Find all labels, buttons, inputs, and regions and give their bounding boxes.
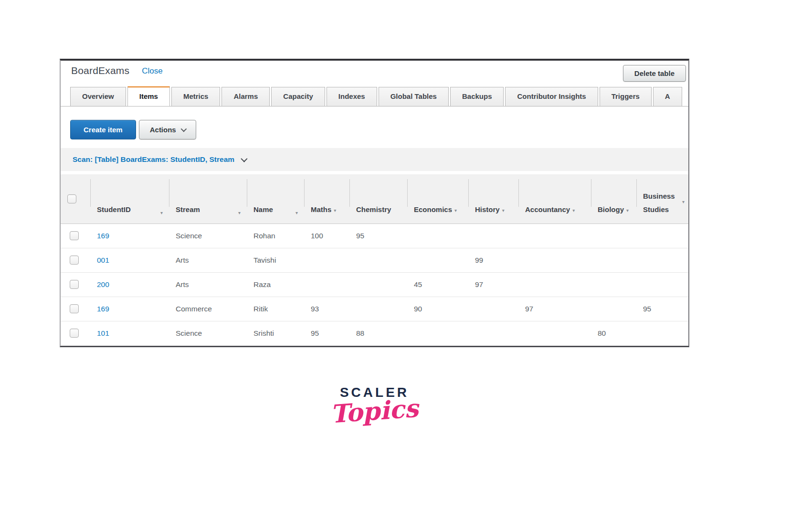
student-id-cell: 169 [90, 224, 169, 248]
create-item-button[interactable]: Create item [70, 120, 136, 139]
column-header-label: History [475, 203, 500, 216]
items-grid: StudentID▾Stream▾Name▾Maths▾ChemistryEco… [61, 174, 688, 345]
cell-chemistry [349, 297, 407, 321]
items-table-header-row: StudentID▾Stream▾Name▾Maths▾ChemistryEco… [61, 174, 688, 224]
column-header-business-studies[interactable]: Business Studies▾ [636, 174, 688, 224]
scan-expression-bar[interactable]: Scan: [Table] BoardExams: StudentID, Str… [61, 148, 688, 171]
column-header-stream[interactable]: Stream▾ [169, 174, 247, 224]
select-all-checkbox[interactable] [67, 194, 76, 203]
row-checkbox-cell [61, 321, 90, 345]
cell-chemistry: 88 [349, 321, 407, 345]
column-header-label: Accountancy [525, 203, 570, 216]
cell-maths: 95 [304, 321, 349, 345]
cell-history: 97 [468, 272, 518, 297]
student-id-link[interactable]: 200 [97, 280, 109, 288]
logo-text-topics: Topics [330, 395, 420, 427]
chevron-down-icon [180, 126, 187, 132]
cell-stream: Commerce [169, 297, 247, 321]
table-row: 001ArtsTavishi99 [61, 248, 688, 272]
cell-name: Rohan [247, 224, 304, 248]
cell-business-studies [636, 248, 688, 272]
sort-arrow-icon[interactable]: ▾ [454, 208, 457, 213]
cell-stream: Arts [169, 272, 247, 297]
cell-biology [591, 272, 636, 297]
cell-history [468, 224, 518, 248]
sort-arrow-icon[interactable]: ▾ [572, 208, 575, 213]
cell-accountancy [518, 272, 591, 297]
sort-arrow-icon[interactable]: ▾ [295, 210, 298, 215]
sort-arrow-icon[interactable]: ▾ [334, 208, 336, 213]
tab-contributor-insights[interactable]: Contributor Insights [505, 87, 598, 106]
row-checkbox[interactable] [70, 304, 79, 313]
sort-arrow-icon[interactable]: ▾ [502, 208, 505, 213]
delete-table-button[interactable]: Delete table [623, 65, 686, 82]
tab-metrics[interactable]: Metrics [171, 87, 221, 106]
table-row: 169CommerceRitik93909795 [61, 297, 688, 321]
cell-biology [591, 248, 636, 272]
column-header-label: Maths [311, 203, 331, 216]
table-title: BoardExams [71, 65, 129, 76]
scaler-topics-logo: SCALER Topics [60, 385, 689, 425]
column-header-maths[interactable]: Maths▾ [304, 174, 349, 224]
cell-accountancy [518, 321, 591, 345]
column-header-biology[interactable]: Biology▾ [591, 174, 636, 224]
cell-economics: 45 [407, 272, 468, 297]
column-header-economics[interactable]: Economics▾ [407, 174, 468, 224]
sort-arrow-icon[interactable]: ▾ [682, 199, 685, 204]
cell-maths: 93 [304, 297, 349, 321]
column-header-accountancy[interactable]: Accountancy▾ [518, 174, 591, 224]
column-header-chemistry: Chemistry [349, 174, 407, 224]
student-id-cell: 001 [90, 248, 169, 272]
cell-maths [304, 248, 349, 272]
tab-backups[interactable]: Backups [450, 87, 504, 106]
student-id-link[interactable]: 001 [97, 256, 109, 264]
cell-biology [591, 297, 636, 321]
tab-indexes[interactable]: Indexes [327, 87, 377, 106]
tab-alarms[interactable]: Alarms [221, 87, 270, 106]
close-link[interactable]: Close [142, 66, 162, 76]
scan-expression-label: Scan: [Table] BoardExams: StudentID, Str… [73, 155, 234, 164]
row-checkbox-cell [61, 224, 90, 248]
sort-arrow-icon[interactable]: ▾ [626, 208, 629, 213]
row-checkbox[interactable] [70, 231, 79, 240]
panel-header: BoardExams Close Delete table [61, 61, 688, 86]
tab-triggers[interactable]: Triggers [600, 87, 652, 106]
toolbar: Create item Actions [61, 107, 688, 139]
actions-button[interactable]: Actions [139, 120, 196, 139]
column-header-name[interactable]: Name▾ [247, 174, 304, 224]
cell-business-studies: 95 [636, 297, 688, 321]
tab-a[interactable]: A [653, 87, 682, 106]
select-all-header-cell [61, 174, 90, 224]
row-checkbox-cell [61, 248, 90, 272]
cell-biology [591, 224, 636, 248]
tab-items[interactable]: Items [127, 86, 170, 107]
row-checkbox[interactable] [70, 256, 79, 265]
tab-overview[interactable]: Overview [70, 87, 126, 106]
row-checkbox[interactable] [70, 329, 79, 338]
sort-arrow-icon[interactable]: ▾ [238, 210, 241, 215]
page: BoardExams Close Delete table OverviewIt… [0, 0, 812, 522]
cell-history [468, 297, 518, 321]
tab-strip: OverviewItemsMetricsAlarmsCapacityIndexe… [61, 86, 688, 107]
column-header-history[interactable]: History▾ [468, 174, 518, 224]
tab-capacity[interactable]: Capacity [271, 87, 325, 106]
cell-name: Srishti [247, 321, 304, 345]
dynamodb-table-panel: BoardExams Close Delete table OverviewIt… [60, 59, 689, 347]
cell-economics: 90 [407, 297, 468, 321]
cell-business-studies [636, 224, 688, 248]
row-checkbox[interactable] [70, 280, 79, 289]
student-id-link[interactable]: 101 [97, 329, 109, 337]
column-header-label: Business Studies [643, 190, 685, 216]
sort-arrow-icon[interactable]: ▾ [160, 210, 163, 215]
cell-business-studies [636, 321, 688, 345]
student-id-link[interactable]: 169 [97, 305, 109, 313]
cell-chemistry [349, 248, 407, 272]
cell-accountancy: 97 [518, 297, 591, 321]
column-header-studentid[interactable]: StudentID▾ [90, 174, 169, 224]
student-id-cell: 169 [90, 297, 169, 321]
student-id-link[interactable]: 169 [97, 232, 109, 240]
cell-name: Tavishi [247, 248, 304, 272]
tab-global-tables[interactable]: Global Tables [379, 87, 449, 106]
table-row: 169ScienceRohan10095 [61, 224, 688, 248]
table-row: 101ScienceSrishti958880 [61, 321, 688, 345]
